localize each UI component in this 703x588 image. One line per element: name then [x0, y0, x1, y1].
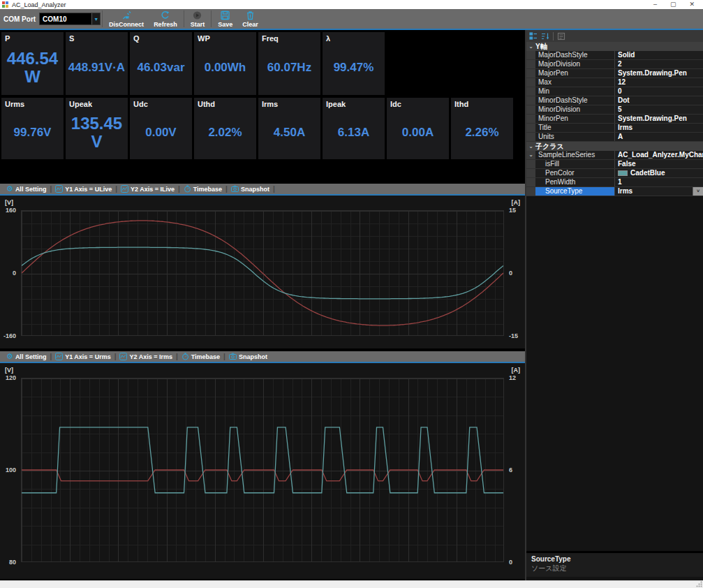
row-margin — [526, 69, 535, 78]
tile-value: 46.03var — [131, 43, 191, 92]
property-name: Max — [535, 78, 615, 87]
save-label: Save — [218, 21, 232, 28]
snapshot-label: Snapshot — [241, 186, 269, 193]
camera-icon — [229, 353, 237, 360]
property-row[interactable]: Max12 — [526, 78, 703, 87]
property-row-pencolor[interactable]: PenColorCadetBlue — [526, 169, 703, 178]
chart2-canvas[interactable] — [21, 378, 504, 562]
tick-label: 80 — [9, 559, 16, 566]
property-row[interactable]: MajorPenSystem.Drawing.Pen — [526, 69, 703, 78]
y1-axis-button[interactable]: Y1 Axis = ULive — [52, 185, 115, 193]
property-value: 12 — [615, 78, 703, 87]
y2-ticks: 15 0 -15 — [506, 210, 525, 336]
property-row[interactable]: MajorDashStyleSolid — [526, 51, 703, 60]
tiles-row-1: P446.54 W S448.91V·A Q46.03var WP0.00Wh … — [1, 32, 385, 95]
tile-label: Ithd — [454, 100, 468, 108]
trash-icon — [245, 10, 256, 20]
y2-axis-label: Y2 Axis = ILive — [131, 186, 175, 193]
y1-axis-button[interactable]: Y1 Axis = Urms — [52, 353, 114, 360]
tile-value: 0.00Wh — [195, 43, 255, 92]
com-port-select[interactable]: COM10 ▼ — [39, 13, 101, 25]
chart1-plot-area: [V] [A] 160 0 -160 15 0 -15 — [0, 196, 525, 348]
all-setting-button[interactable]: ⚙All Setting — [3, 353, 50, 360]
save-button[interactable]: Save — [213, 9, 237, 29]
resize-grip-icon[interactable] — [696, 581, 702, 587]
snapshot-button[interactable]: Snapshot — [225, 353, 271, 360]
row-margin — [526, 124, 535, 132]
tile-value: 135.45 V — [67, 109, 126, 156]
property-value: AC_Load_Anlyzer.MyChart+clsViewXY — [615, 151, 703, 159]
property-row[interactable]: MinorPenSystem.Drawing.Pen — [526, 115, 703, 124]
tile-label: Idc — [390, 100, 401, 108]
minimize-icon[interactable]: – — [653, 0, 657, 9]
property-row[interactable]: TitleIrms — [526, 124, 703, 133]
tile-label: Freq — [262, 34, 279, 43]
disconnect-button[interactable]: DisConnect — [104, 9, 149, 29]
chevron-down-icon[interactable]: ▼ — [91, 13, 100, 24]
property-value: 0 — [615, 87, 703, 96]
timebase-button[interactable]: Timebase — [178, 353, 223, 360]
refresh-label: Refresh — [154, 21, 177, 28]
property-row[interactable]: PenWidth1 — [526, 178, 703, 187]
property-row[interactable]: Min0 — [526, 87, 703, 96]
close-icon[interactable]: ✕ — [689, 0, 695, 9]
tile-label: P — [5, 34, 10, 43]
com-port-label: COM Port — [3, 15, 36, 23]
row-margin — [526, 115, 535, 123]
property-grid-panel: ⌄Y軸 MajorDashStyleSolid MajorDivision2 M… — [525, 30, 703, 580]
window-title: AC_Load_Analyzer — [12, 1, 653, 8]
y1-unit-label: [V] — [5, 367, 13, 374]
property-row[interactable]: MinorDashStyleDot — [526, 96, 703, 105]
row-margin — [526, 178, 535, 186]
alphabetical-sort-icon[interactable] — [541, 32, 549, 41]
category-y-axis[interactable]: ⌄Y軸 — [526, 42, 703, 51]
property-grid-empty-area — [526, 198, 703, 550]
property-name: SourceType — [535, 187, 615, 196]
timebase-button[interactable]: Timebase — [180, 185, 225, 193]
row-margin — [526, 87, 535, 96]
property-name: SampleLineSeries — [535, 151, 615, 159]
title-bar: AC_Load_Analyzer – ▢ ✕ — [0, 0, 703, 9]
play-icon — [192, 10, 202, 20]
tile-label: Urms — [5, 100, 24, 108]
row-margin — [526, 160, 535, 168]
tile-label: S — [69, 34, 74, 43]
maximize-icon[interactable]: ▢ — [670, 0, 676, 9]
y2-axis-button[interactable]: Y2 Axis = Irms — [116, 353, 175, 360]
category-subclass[interactable]: ⌄子クラス — [526, 142, 703, 151]
tick-label: 0 — [509, 270, 512, 277]
tick-label: 15 — [509, 207, 516, 214]
tile-label: WP — [198, 34, 210, 43]
y2-axis-button[interactable]: Y2 Axis = ILive — [117, 185, 178, 193]
waveform-svg — [22, 378, 503, 561]
property-name: Min — [535, 87, 615, 96]
refresh-button[interactable]: Refresh — [149, 9, 182, 29]
stopwatch-icon — [182, 353, 189, 360]
clear-label: Clear — [242, 21, 258, 28]
tick-label: 160 — [6, 207, 16, 214]
property-row[interactable]: MinorDivision5 — [526, 105, 703, 115]
property-row[interactable]: ⌄SampleLineSeriesAC_Load_Anlyzer.MyChart… — [526, 151, 703, 160]
property-row[interactable]: MajorDivision2 — [526, 60, 703, 69]
chevron-down-icon[interactable]: ˅ — [693, 187, 703, 196]
chart1-canvas[interactable] — [21, 210, 504, 336]
tile-value: 2.26% — [452, 109, 512, 156]
timebase-label: Timebase — [191, 353, 220, 360]
all-setting-button[interactable]: ⚙All Setting — [3, 185, 50, 193]
property-row-sourcetype[interactable]: SourceTypeIrms˅ — [526, 187, 703, 196]
property-name: MajorPen — [535, 69, 615, 78]
categorized-view-icon[interactable] — [529, 32, 538, 41]
chevron-down-icon[interactable]: ⌄ — [526, 151, 535, 159]
tile-ithd: Ithd2.26% — [451, 98, 513, 159]
tile-idc: Idc0.00A — [387, 98, 449, 159]
tile-label: Upeak — [69, 100, 92, 108]
help-title: SourceType — [531, 555, 698, 563]
property-grid-toolbar — [526, 30, 703, 42]
clear-button[interactable]: Clear — [237, 9, 263, 29]
toolbar-separator — [211, 10, 212, 27]
gear-icon: ⚙ — [6, 353, 13, 360]
start-button[interactable]: Start — [186, 9, 210, 29]
snapshot-button[interactable]: Snapshot — [228, 185, 273, 193]
property-row[interactable]: UnitsA — [526, 133, 703, 142]
property-row[interactable]: isFillFalse — [526, 160, 703, 169]
